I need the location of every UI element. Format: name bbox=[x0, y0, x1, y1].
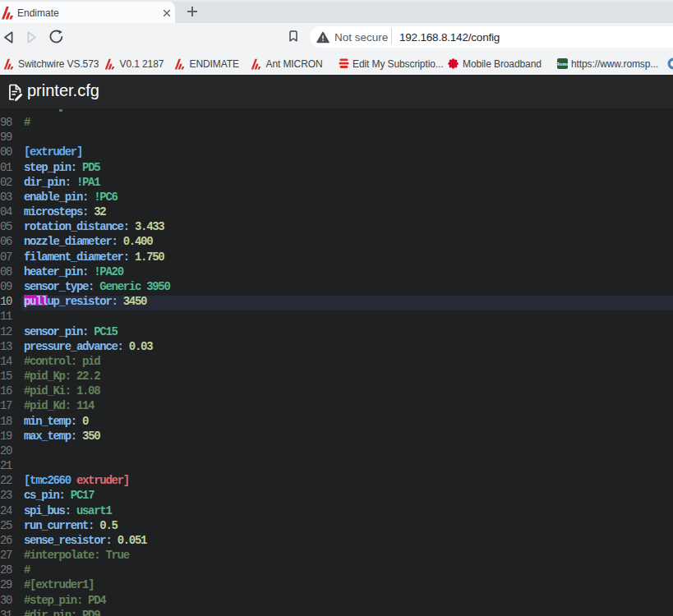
svg-text:Roms: Roms bbox=[557, 62, 568, 67]
